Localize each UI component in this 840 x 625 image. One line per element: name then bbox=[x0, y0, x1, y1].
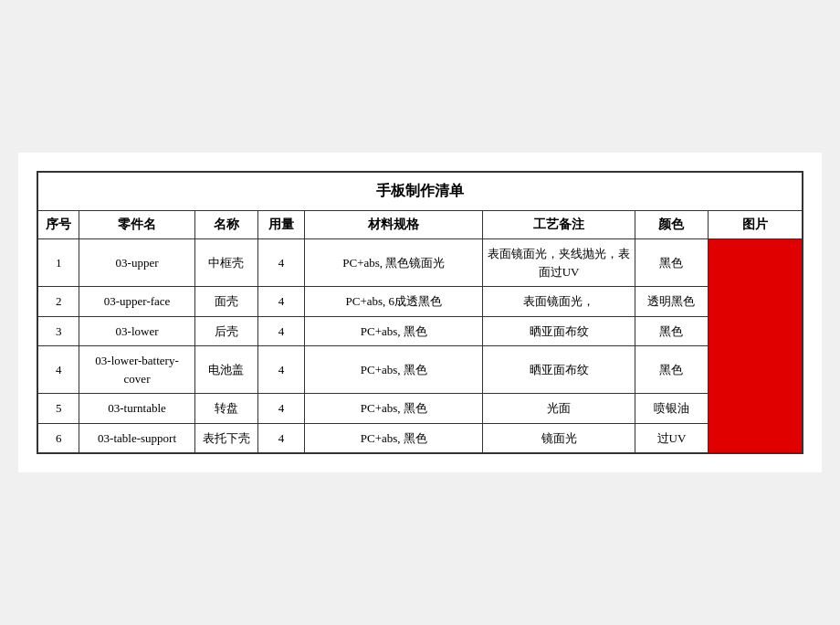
header-row: 序号 零件名 名称 用量 材料规格 工艺备注 颜色 图片 bbox=[37, 211, 803, 239]
cell-process: 表面镜面光，夹线抛光，表面过UV bbox=[483, 239, 635, 287]
cell-qty: 4 bbox=[257, 423, 305, 453]
cell-process: 光面 bbox=[483, 394, 635, 424]
cell-material: PC+abs, 黑色 bbox=[305, 423, 483, 453]
cell-material: PC+abs, 黑色 bbox=[305, 346, 483, 394]
cell-color: 透明黑色 bbox=[635, 287, 708, 317]
cell-color: 黑色 bbox=[635, 239, 708, 287]
cell-seq: 2 bbox=[37, 287, 79, 317]
table-row: 103-upper中框壳4PC+abs, 黑色镜面光表面镜面光，夹线抛光，表面过… bbox=[37, 239, 803, 287]
table-row: 203-upper-face面壳4PC+abs, 6成透黑色表面镜面光，透明黑色 bbox=[37, 287, 803, 317]
cell-name: 表托下壳 bbox=[194, 423, 257, 453]
cell-material: PC+abs, 黑色镜面光 bbox=[305, 239, 483, 287]
header-color: 颜色 bbox=[635, 211, 708, 239]
cell-seq: 1 bbox=[37, 239, 79, 287]
cell-qty: 4 bbox=[257, 287, 305, 317]
cell-name: 转盘 bbox=[194, 394, 257, 424]
cell-color: 黑色 bbox=[635, 316, 708, 346]
table-title: 手板制作清单 bbox=[37, 172, 803, 211]
parts-table: 手板制作清单 序号 零件名 名称 用量 材料规格 工艺备注 颜色 图片 103-… bbox=[37, 171, 803, 454]
image-cell bbox=[709, 239, 803, 454]
table-row: 403-lower-battery-cover电池盖4PC+abs, 黑色晒亚面… bbox=[37, 346, 803, 394]
cell-qty: 4 bbox=[257, 316, 305, 346]
cell-name: 电池盖 bbox=[194, 346, 257, 394]
cell-qty: 4 bbox=[257, 346, 305, 394]
header-image: 图片 bbox=[709, 211, 803, 239]
cell-color: 黑色 bbox=[635, 346, 708, 394]
header-name: 名称 bbox=[194, 211, 257, 239]
table-body: 103-upper中框壳4PC+abs, 黑色镜面光表面镜面光，夹线抛光，表面过… bbox=[37, 239, 803, 454]
cell-name: 中框壳 bbox=[194, 239, 257, 287]
cell-process: 晒亚面布纹 bbox=[483, 346, 635, 394]
cell-seq: 5 bbox=[37, 394, 79, 424]
cell-name: 后壳 bbox=[194, 316, 257, 346]
cell-partname: 03-upper bbox=[79, 239, 194, 287]
cell-partname: 03-table-support bbox=[79, 423, 194, 453]
header-qty: 用量 bbox=[257, 211, 305, 239]
cell-partname: 03-lower-battery-cover bbox=[79, 346, 194, 394]
header-material: 材料规格 bbox=[305, 211, 483, 239]
cell-partname: 03-upper-face bbox=[79, 287, 194, 317]
cell-color: 喷银油 bbox=[635, 394, 708, 424]
cell-material: PC+abs, 黑色 bbox=[305, 316, 483, 346]
header-seq: 序号 bbox=[37, 211, 79, 239]
cell-name: 面壳 bbox=[194, 287, 257, 317]
header-partname: 零件名 bbox=[79, 211, 194, 239]
cell-process: 镜面光 bbox=[483, 423, 635, 453]
cell-process: 表面镜面光， bbox=[483, 287, 635, 317]
header-process: 工艺备注 bbox=[483, 211, 635, 239]
cell-partname: 03-turntable bbox=[79, 394, 194, 424]
cell-seq: 6 bbox=[37, 423, 79, 453]
cell-qty: 4 bbox=[257, 394, 305, 424]
page-container: 手板制作清单 序号 零件名 名称 用量 材料规格 工艺备注 颜色 图片 103-… bbox=[18, 153, 822, 472]
cell-process: 晒亚面布纹 bbox=[483, 316, 635, 346]
table-row: 603-table-support表托下壳4PC+abs, 黑色镜面光过UV bbox=[37, 423, 803, 453]
title-row: 手板制作清单 bbox=[37, 172, 803, 211]
cell-partname: 03-lower bbox=[79, 316, 194, 346]
cell-seq: 4 bbox=[37, 346, 79, 394]
cell-qty: 4 bbox=[257, 239, 305, 287]
cell-color: 过UV bbox=[635, 423, 708, 453]
table-row: 503-turntable转盘4PC+abs, 黑色光面喷银油 bbox=[37, 394, 803, 424]
cell-material: PC+abs, 6成透黑色 bbox=[305, 287, 483, 317]
cell-seq: 3 bbox=[37, 316, 79, 346]
cell-material: PC+abs, 黑色 bbox=[305, 394, 483, 424]
table-row: 303-lower后壳4PC+abs, 黑色晒亚面布纹黑色 bbox=[37, 316, 803, 346]
